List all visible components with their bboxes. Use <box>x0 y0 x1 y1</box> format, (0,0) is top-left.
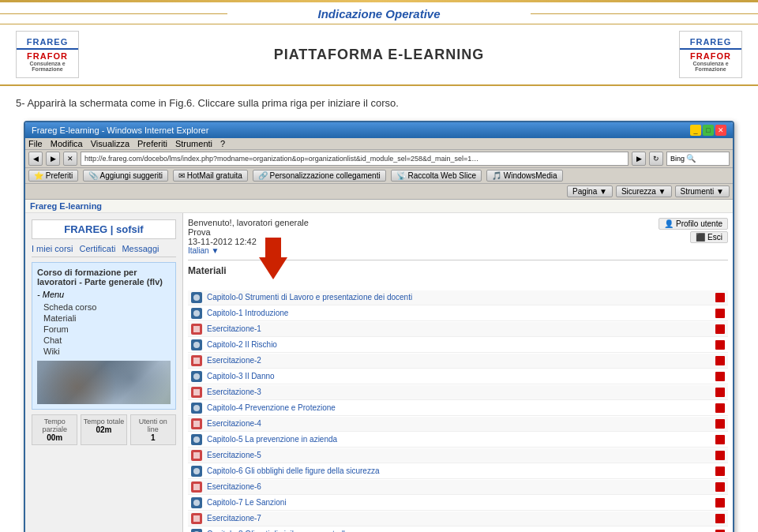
svg-point-1 <box>193 310 200 317</box>
chapter-icon <box>191 529 202 533</box>
material-link-12[interactable]: Esercitazione-6 <box>207 482 711 491</box>
material-row: Esercitazione-1 <box>188 322 728 337</box>
link-materiali[interactable]: Materiali <box>43 313 171 323</box>
material-link-9[interactable]: Capitolo-5 La prevenzione in azienda <box>207 435 711 444</box>
exercise-icon <box>191 450 202 461</box>
nav-messages[interactable]: Messaggi <box>122 244 159 253</box>
pdf-icon-2 <box>715 324 725 334</box>
material-link-7[interactable]: Capitolo-4 Prevenzione e Protezione <box>207 403 711 412</box>
go-button[interactable]: ▶ <box>632 152 646 166</box>
material-row: Capitolo-5 La prevenzione in azienda <box>188 433 728 448</box>
logo-bottom-text: FRAFOR <box>27 51 68 61</box>
material-link-14[interactable]: Esercitazione-7 <box>207 514 711 523</box>
material-link-6[interactable]: Esercitazione-3 <box>207 388 711 396</box>
material-link-13[interactable]: Capitolo-7 Le Sanzioni <box>207 498 711 507</box>
logo-right-bottom: FRAFOR <box>690 51 731 61</box>
main-title: PIATTAFORMA E-LEARNING <box>79 47 679 63</box>
close-button[interactable]: ✕ <box>715 125 726 136</box>
pdf-icon-3 <box>715 340 725 350</box>
nav-certificates[interactable]: Certificati <box>80 244 116 253</box>
logo-right: FRAREG FRAFOR Consulenza e Formazione <box>679 31 742 78</box>
pdf-icon-8 <box>715 419 725 429</box>
material-row: Esercitazione-2 <box>188 354 728 369</box>
logo-subtitle: Consulenza e Formazione <box>17 61 78 72</box>
windows-media-button[interactable]: 🎵 WindowsMedia <box>486 170 563 182</box>
search-icon: 🔍 <box>686 154 696 163</box>
material-link-11[interactable]: Capitolo-6 Gli obblighi delle figure del… <box>207 466 711 475</box>
materials-list: Capitolo-0 Strumenti di Lavoro e present… <box>188 290 728 533</box>
browser-titlebar: Frareg E-learning - Windows Internet Exp… <box>25 122 733 138</box>
page-header: FRAREG FRAFOR Consulenza e Formazione PI… <box>0 24 758 86</box>
favorites-button[interactable]: ⭐ Preferiti <box>28 170 78 182</box>
profile-icon: 👤 <box>664 219 674 228</box>
close-nav-button[interactable]: ✕ <box>63 152 77 166</box>
material-row: Capitolo-8 Gli enti di vigilanza e contr… <box>188 527 728 533</box>
material-link-3[interactable]: Capitolo-2 Il Rischio <box>207 340 711 349</box>
menu-help[interactable]: ? <box>220 139 225 148</box>
address-bar[interactable]: http://e.frareg.com/docebo/lms/index.php… <box>81 152 629 166</box>
link-wiki[interactable]: Wiki <box>43 347 171 356</box>
stat-tempo-totale: Tempo totale 02m <box>81 414 126 445</box>
link-forum[interactable]: Forum <box>43 324 171 334</box>
menu-preferiti[interactable]: Preferiti <box>137 139 167 148</box>
material-link-8[interactable]: Esercitazione-4 <box>207 419 711 428</box>
pdf-icon-11 <box>715 466 725 476</box>
lms-sidebar: FRAREG | sofsif I miei corsi Certificati… <box>25 213 183 533</box>
logo-left: FRAREG FRAFOR Consulenza e Formazione <box>16 31 79 78</box>
logout-button[interactable]: ⬛ Esci <box>690 231 728 243</box>
exercise-icon <box>191 355 202 366</box>
hotmail-button[interactable]: ✉ HotMail gratuita <box>173 170 248 182</box>
webslice-button[interactable]: 📡 Raccolta Web Slice <box>391 170 482 182</box>
menu-strumenti[interactable]: Strumenti <box>175 139 212 148</box>
strumenti-button[interactable]: Strumenti ▼ <box>675 185 730 197</box>
nav-my-courses[interactable]: I miei corsi <box>32 244 73 253</box>
forward-button[interactable]: ▶ <box>46 152 60 166</box>
material-link-2[interactable]: Esercitazione-1 <box>207 324 711 333</box>
exercise-icon <box>191 387 202 398</box>
svg-rect-4 <box>193 358 200 364</box>
menu-modifica[interactable]: Modifica <box>51 139 83 148</box>
minimize-button[interactable]: _ <box>690 125 701 136</box>
course-box: Corso di formazione per lavoratori - Par… <box>32 262 176 410</box>
chapter-icon <box>191 466 202 477</box>
search-bar[interactable]: Bing 🔍 <box>666 152 730 166</box>
svg-point-0 <box>193 294 200 301</box>
material-link-5[interactable]: Capitolo-3 Il Danno <box>207 372 711 380</box>
pagina-button[interactable]: Pagina ▼ <box>567 185 613 197</box>
profile-button[interactable]: 👤 Profilo utente <box>659 218 728 230</box>
browser-window: Frareg E-learning - Windows Internet Exp… <box>24 121 734 533</box>
lms-logo: FRAREG | sofsif <box>32 219 176 239</box>
svg-rect-2 <box>193 326 200 332</box>
chapter-icon <box>191 403 202 414</box>
favorites-bar: ⭐ Preferiti 📎 Aggiungi suggeriti ✉ HotMa… <box>25 168 733 184</box>
link-chat[interactable]: Chat <box>43 335 171 345</box>
language-selector[interactable]: Italian ▼ <box>188 246 309 255</box>
svg-point-3 <box>193 342 200 348</box>
back-button[interactable]: ◀ <box>28 152 43 166</box>
maximize-button[interactable]: □ <box>703 125 714 136</box>
browser-title-buttons: _ □ ✕ <box>690 125 726 136</box>
suggestions-button[interactable]: 📎 Aggiungi suggeriti <box>83 170 168 182</box>
sicurezza-button[interactable]: Sicurezza ▼ <box>616 185 672 197</box>
url-text: http://e.frareg.com/docebo/lms/index.php… <box>84 155 479 163</box>
lms-main: Benvenuto!, lavoratori generale Prova 13… <box>183 213 733 533</box>
browser-top-bar: Pagina ▼ Sicurezza ▼ Strumenti ▼ <box>25 184 733 200</box>
material-link-4[interactable]: Esercitazione-2 <box>207 356 711 365</box>
pdf-icon-6 <box>715 388 725 397</box>
material-link-0[interactable]: Capitolo-0 Strumenti di Lavoro e present… <box>207 293 711 302</box>
material-link-1[interactable]: Capitolo-1 Introduzione <box>207 309 711 317</box>
menu-visualizza[interactable]: Visualizza <box>91 139 129 148</box>
section-title: Indicazione Operative <box>0 2 758 24</box>
svg-point-9 <box>193 436 200 443</box>
personalization-button[interactable]: 🔗 Personalizzazione collegamenti <box>253 170 386 182</box>
stat-tempo-parziale: Tempo parziale 00m <box>32 414 77 445</box>
refresh-button[interactable]: ↻ <box>649 152 663 166</box>
material-link-10[interactable]: Esercitazione-5 <box>207 451 711 459</box>
link-scheda-corso[interactable]: Scheda corso <box>43 302 171 312</box>
stats-row: Tempo parziale 00m Tempo totale 02m Uten… <box>32 414 176 445</box>
chapter-icon <box>191 371 202 382</box>
lms-container: FRAREG | sofsif I miei corsi Certificati… <box>25 213 733 533</box>
menu-file[interactable]: File <box>28 139 43 148</box>
pdf-icon-13 <box>715 498 725 508</box>
svg-rect-8 <box>193 421 200 427</box>
